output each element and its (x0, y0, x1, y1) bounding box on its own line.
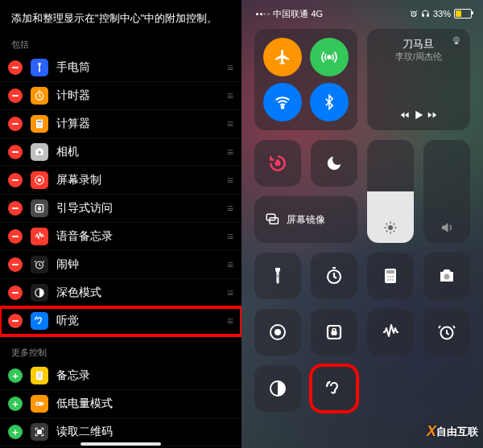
more-row-lowpower[interactable]: 低电量模式 (0, 390, 242, 418)
reorder-grip[interactable]: ≡ (227, 258, 233, 271)
remove-button[interactable] (8, 229, 23, 244)
settings-pane: 添加和整理显示在"控制中心"中的附加控制。 包括 手电筒≡计时器≡计算器≡相机≡… (0, 0, 242, 448)
reorder-grip[interactable]: ≡ (227, 117, 233, 130)
media-panel[interactable]: 刀马旦 李玟/周杰伦 (367, 29, 470, 130)
svg-point-29 (282, 106, 284, 109)
notes-icon (31, 367, 48, 384)
status-bar: 中国联通 4G 33% (242, 0, 483, 24)
svg-point-5 (39, 124, 39, 125)
remove-button[interactable] (8, 286, 23, 300)
svg-point-43 (387, 279, 389, 281)
reorder-grip[interactable]: ≡ (227, 146, 233, 158)
cc-darkmode-tile[interactable] (254, 365, 301, 412)
record-icon (31, 171, 48, 189)
svg-rect-36 (277, 275, 279, 277)
cc-hearing-tile[interactable] (311, 365, 357, 412)
included-row-dark[interactable]: 深色模式≡ (0, 279, 242, 307)
play-button[interactable] (411, 108, 426, 122)
reorder-grip[interactable]: ≡ (227, 202, 233, 215)
battery-pct: 33% (433, 9, 451, 18)
cc-voice-tile[interactable] (367, 309, 414, 356)
add-button[interactable] (8, 425, 23, 439)
next-track-button[interactable] (426, 109, 439, 121)
more-row-notes[interactable]: 备忘录 (0, 362, 242, 390)
watermark-text: 自由互联 (436, 425, 478, 439)
cc-camera-tile[interactable] (423, 253, 470, 299)
wifi-toggle[interactable] (263, 83, 302, 121)
reorder-grip[interactable]: ≡ (227, 89, 233, 102)
remove-button[interactable] (8, 117, 23, 131)
watermark: X 自由互联 (427, 423, 478, 440)
battery-icon (454, 9, 472, 18)
svg-rect-0 (39, 67, 39, 68)
included-row-calculator[interactable]: 计算器≡ (0, 110, 242, 138)
add-button[interactable] (8, 368, 23, 383)
bluetooth-toggle[interactable] (310, 83, 349, 121)
row-label: 深色模式 (56, 286, 227, 300)
qr-icon (31, 423, 48, 441)
reorder-grip[interactable]: ≡ (227, 61, 233, 74)
svg-rect-23 (38, 432, 39, 434)
cellular-toggle[interactable] (310, 38, 349, 76)
airplay-icon[interactable] (451, 35, 462, 45)
airplane-toggle[interactable] (263, 38, 302, 76)
row-label: 备忘录 (56, 368, 233, 383)
included-row-timer[interactable]: 计时器≡ (0, 82, 242, 110)
home-indicator (80, 442, 161, 446)
orientation-lock-toggle[interactable] (254, 140, 301, 187)
remove-button[interactable] (8, 88, 23, 103)
volume-slider[interactable] (423, 140, 470, 243)
add-button[interactable] (8, 397, 23, 411)
dnd-toggle[interactable] (311, 140, 357, 187)
prev-track-button[interactable] (398, 109, 411, 121)
cc-alarm-tile[interactable] (423, 309, 470, 356)
remove-button[interactable] (8, 145, 23, 159)
cc-flashlight-tile[interactable] (254, 253, 301, 299)
cc-record-tile[interactable] (254, 309, 301, 356)
volume-icon (440, 220, 454, 235)
included-row-camera[interactable]: 相机≡ (0, 138, 242, 166)
guided-icon (31, 199, 48, 217)
row-label: 屏幕录制 (56, 173, 227, 187)
included-row-alarm[interactable]: 闹钟≡ (0, 251, 242, 279)
svg-rect-14 (39, 208, 41, 209)
row-label: 手电筒 (56, 60, 227, 75)
svg-rect-24 (40, 432, 42, 434)
reorder-grip[interactable]: ≡ (227, 286, 233, 299)
svg-point-7 (38, 125, 39, 126)
remove-button[interactable] (8, 314, 23, 328)
brightness-slider[interactable] (367, 140, 414, 243)
connectivity-panel[interactable] (254, 29, 357, 130)
included-row-voice[interactable]: 语音备忘录≡ (0, 223, 242, 251)
remove-button[interactable] (8, 173, 23, 187)
more-list: 备忘录低电量模式读取二维码 (0, 362, 242, 446)
remove-button[interactable] (8, 201, 23, 216)
reorder-grip[interactable]: ≡ (227, 230, 233, 243)
svg-point-28 (328, 55, 331, 59)
mirror-icon (264, 212, 280, 227)
svg-rect-50 (332, 331, 336, 335)
screen-mirroring-button[interactable]: 屏幕镜像 (254, 196, 357, 243)
svg-point-40 (387, 276, 389, 277)
row-label: 引导式访问 (56, 201, 227, 216)
svg-rect-27 (427, 14, 429, 16)
row-label: 计算器 (56, 117, 227, 131)
included-row-hearing[interactable]: 听觉≡ (0, 307, 242, 335)
cc-timer-tile[interactable] (311, 253, 357, 299)
included-row-flashlight[interactable]: 手电筒≡ (0, 54, 242, 82)
svg-point-30 (456, 39, 458, 41)
included-row-guided[interactable]: 引导式访问≡ (0, 195, 242, 223)
remove-button[interactable] (8, 257, 23, 272)
included-row-record[interactable]: 屏幕录制≡ (0, 166, 242, 195)
instruction-text: 添加和整理显示在"控制中心"中的附加控制。 (0, 0, 242, 34)
cc-calculator-tile[interactable] (367, 253, 414, 299)
signal-icon (256, 13, 270, 15)
svg-point-6 (40, 124, 41, 125)
remove-button[interactable] (8, 60, 23, 75)
cc-guided-tile[interactable] (311, 309, 357, 356)
reorder-grip[interactable]: ≡ (227, 174, 233, 187)
section-more: 更多控制 (0, 335, 242, 362)
svg-point-35 (388, 225, 393, 230)
svg-point-10 (38, 150, 41, 154)
reorder-grip[interactable]: ≡ (227, 314, 233, 327)
